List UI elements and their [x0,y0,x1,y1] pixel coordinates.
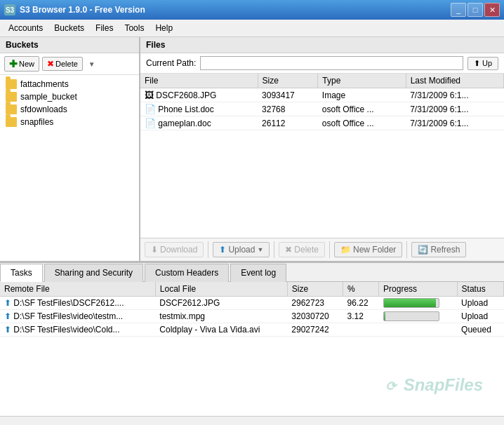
table-row[interactable]: ⬆ D:\SF TestFiles\DSCF2612.... DSCF2612.… [0,297,504,310]
table-row[interactable]: 📄 gameplan.doc 26112 osoft Office ... 7/… [140,116,504,130]
main-container: Buckets ✚ New ✖ Delete ▼ fattachments [0,37,504,425]
upload-button[interactable]: ⬆ Upload ▼ [213,242,270,257]
task-percent [343,323,379,337]
task-size: 2962723 [287,297,343,310]
file-type: Image [318,88,406,102]
file-toolbar: ⬇ Download ⬆ Upload ▼ ✖ Delete 📁 New F [140,238,504,261]
task-status: Queued [457,323,503,337]
title-bar: S3 S3 Browser 1.9.0 - Free Version _ □ ✕ [0,0,504,20]
task-size: 32030720 [287,310,343,323]
col-progress: Progress [379,282,458,297]
tasks-table-container: Remote File Local File Size % Progress S… [0,282,504,416]
table-row[interactable]: 📄 Phone List.doc 32768 osoft Office ... … [140,102,504,116]
folder-icon [6,79,17,89]
file-modified: 7/31/2009 6:1... [406,88,503,102]
path-input[interactable] [200,56,463,70]
task-local: testmix.mpg [155,310,287,323]
task-status: Upload [457,310,503,323]
tab-custom-headers[interactable]: Custom Headers [145,264,229,282]
left-panel: Buckets ✚ New ✖ Delete ▼ fattachments [0,37,140,261]
upload-icon: ⬆ [219,245,226,255]
col-size: Size [258,74,318,88]
refresh-icon: 🔄 [418,245,428,255]
col-file: File [140,74,258,88]
file-name: 📄 gameplan.doc [140,116,258,130]
file-type-icon: 📄 [145,104,156,114]
upload-arrow-icon: ⬆ [4,325,11,335]
app-title: S3 Browser 1.9.0 - Free Version [20,5,451,15]
menu-bar: Accounts Buckets Files Tools Help [0,20,504,37]
col-type: Type [318,74,406,88]
bucket-item-snapfiles[interactable]: snapfiles [0,116,139,128]
folder-icon [6,104,17,114]
tabs-bar: Tasks Sharing and Security Custom Header… [0,263,504,282]
separator [329,241,330,258]
close-button[interactable]: ✕ [484,3,500,17]
up-button[interactable]: ⬆ Up [467,57,498,70]
delete-button[interactable]: ✖ Delete [279,242,325,257]
new-folder-label: New Folder [353,245,396,255]
scrollbar-area[interactable] [0,416,504,425]
delete-label: Delete [294,245,319,255]
current-path-bar: Current Path: ⬆ Up [140,53,504,74]
menu-tools[interactable]: Tools [119,21,150,35]
maximize-button[interactable]: □ [467,3,483,17]
file-name: 🖼 DSCF2608.JPG [140,88,258,102]
file-size: 32768 [258,102,318,116]
file-modified: 7/31/2009 6:1... [406,102,503,116]
bucket-name: sfdownloads [20,104,67,114]
task-local: Coldplay - Viva La Vida.avi [155,323,287,337]
download-button[interactable]: ⬇ Download [145,242,204,257]
new-label: New [19,60,34,68]
delete-icon: ✖ [47,59,54,69]
refresh-button[interactable]: 🔄 Refresh [411,242,466,257]
bucket-name: fattachments [20,79,69,89]
right-panel: Files Current Path: ⬆ Up File Size Type [140,37,504,261]
tab-tasks[interactable]: Tasks [0,264,43,282]
tab-sharing[interactable]: Sharing and Security [44,264,143,282]
bucket-item-sfdownloads[interactable]: sfdownloads [0,103,139,116]
delete-bucket-button[interactable]: ✖ Delete [42,57,83,71]
task-remote: ⬆ D:\SF TestFiles\video\testm... [0,310,155,323]
progress-bar [383,298,439,308]
file-type: osoft Office ... [318,102,406,116]
files-list: File Size Type Last Modified 🖼 DSCF2608.… [140,74,504,130]
file-modified: 7/31/2009 6:1... [406,116,503,130]
table-row[interactable]: ⬆ D:\SF TestFiles\video\Cold... Coldplay… [0,323,504,337]
bucket-item-fattachments[interactable]: fattachments [0,78,139,90]
menu-help[interactable]: Help [150,21,178,35]
delete-label: Delete [55,60,78,68]
minimize-button[interactable]: _ [451,3,466,17]
plus-icon: ✚ [9,58,18,69]
bucket-list: fattachments sample_bucket sfdownloads s… [0,75,139,261]
app-icon: S3 [4,4,15,15]
menu-files[interactable]: Files [90,21,119,35]
bucket-item-sample[interactable]: sample_bucket [0,90,139,103]
new-bucket-button[interactable]: ✚ New [4,56,39,72]
bucket-name: snapfiles [20,117,53,127]
table-row[interactable]: ⬆ D:\SF TestFiles\video\testm... testmix… [0,310,504,323]
bottom-section: Tasks Sharing and Security Custom Header… [0,262,504,416]
tab-event-log[interactable]: Event log [230,264,286,282]
menu-accounts[interactable]: Accounts [3,21,48,35]
task-progress [379,323,458,337]
menu-buckets[interactable]: Buckets [48,21,90,35]
folder-icon [6,117,17,127]
dropdown-icon[interactable]: ▼ [88,60,95,68]
file-size: 3093417 [258,88,318,102]
col-modified: Last Modified [406,74,503,88]
window-controls: _ □ ✕ [451,3,500,17]
upload-arrow-icon: ⬆ [4,311,11,321]
delete-file-icon: ✖ [285,245,292,255]
new-folder-button[interactable]: 📁 New Folder [334,242,402,257]
file-type-icon: 🖼 [145,90,154,100]
files-table-header: File Size Type Last Modified [140,74,504,88]
task-remote: ⬆ D:\SF TestFiles\DSCF2612.... [0,297,155,310]
separator [274,241,274,258]
files-header: Files [140,37,504,53]
path-label: Current Path: [146,58,196,68]
table-row[interactable]: 🖼 DSCF2608.JPG 3093417 Image 7/31/2009 6… [140,88,504,102]
col-size: Size [287,282,343,297]
bucket-name: sample_bucket [20,92,77,102]
download-icon: ⬇ [151,245,158,255]
